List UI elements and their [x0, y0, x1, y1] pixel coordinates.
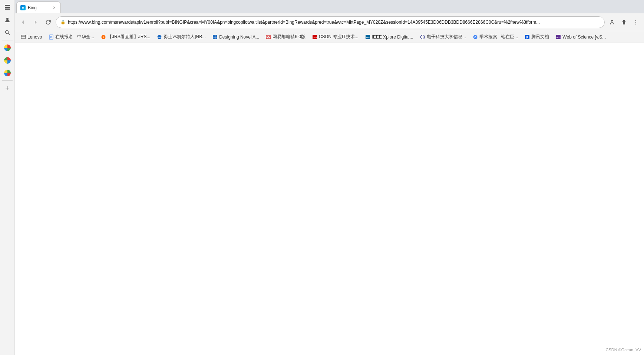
svg-point-8	[635, 21, 636, 22]
active-tab[interactable]: B Bing ✕	[16, 1, 61, 13]
svg-text:WoS: WoS	[557, 36, 561, 38]
svg-rect-1	[5, 7, 10, 8]
svg-text:IEEE: IEEE	[366, 36, 369, 38]
add-icon[interactable]: +	[1, 82, 13, 94]
netease-label: 网易邮箱精6.0版	[273, 34, 306, 40]
wos-label: Web of Science [v.S...	[562, 34, 606, 40]
jrs-label: 【JRS看直播】JRS...	[108, 34, 150, 40]
bookmarks-bar: Lenovo 在线报名 - 中华全... 【JRS看直播】JRS... NBA	[15, 31, 644, 43]
lenovo-label: Lenovo	[27, 34, 42, 40]
bookmark-netease[interactable]: 网易邮箱精6.0版	[263, 33, 308, 41]
nav-right-icons	[607, 17, 641, 27]
bookmark-jrs[interactable]: 【JRS看直播】JRS...	[98, 33, 153, 41]
footer-text: CSDN ©Ocean_VV	[605, 348, 641, 352]
svg-rect-10	[21, 35, 26, 39]
profile-button[interactable]	[607, 17, 617, 27]
lenovo-favicon	[21, 34, 26, 40]
tab-title: Bing	[28, 5, 49, 10]
address-bar[interactable]: 🔒 https://www.bing.com/msrewards/api/v1/…	[56, 16, 605, 28]
tab-favicon: B	[20, 5, 26, 10]
designing-label: Designing Novel A...	[219, 34, 259, 40]
svg-line-5	[8, 33, 10, 35]
forward-button[interactable]	[30, 17, 41, 27]
wos-favicon: WoS	[556, 34, 561, 40]
chrome-icon-1[interactable]	[1, 42, 13, 54]
svg-point-6	[611, 20, 613, 22]
netease-favicon	[266, 34, 271, 40]
browser-window: + B Bing ✕ 🔒	[0, 0, 644, 355]
bookmark-scholar[interactable]: G 学术搜索 - 站在巨...	[470, 33, 521, 41]
svg-text:G: G	[474, 36, 476, 38]
svg-point-9	[635, 23, 636, 24]
designing-favicon	[212, 34, 218, 40]
ieee-label: IEEE Xplore Digital...	[372, 34, 413, 40]
online-reg-label: 在线报名 - 中华全...	[55, 34, 94, 40]
search-sidebar-icon[interactable]	[1, 27, 13, 39]
svg-rect-12	[49, 35, 53, 39]
jrs-favicon	[101, 34, 106, 40]
svg-rect-19	[213, 35, 215, 37]
page-footer: CSDN ©Ocean_VV	[605, 348, 641, 352]
svg-point-7	[635, 20, 636, 20]
chrome-icon-3[interactable]	[1, 67, 13, 79]
bookmark-csdn[interactable]: CSDN CSDN-专业IT技术...	[309, 33, 361, 41]
back-button[interactable]	[18, 17, 28, 27]
bookmark-lenovo[interactable]: Lenovo	[18, 33, 45, 41]
browser-main: B Bing ✕ 🔒 https://www.bing.com/msreward…	[15, 0, 644, 355]
bookmark-uestc[interactable]: U 电子科技大学信息...	[417, 33, 469, 41]
svg-text:U: U	[422, 36, 423, 39]
csdn-favicon: CSDN	[312, 34, 317, 40]
tencent-favicon: 腾	[525, 34, 530, 40]
tab-close-button[interactable]: ✕	[52, 5, 57, 10]
svg-point-3	[6, 18, 9, 20]
url-text: https://www.bing.com/msrewards/api/v1/en…	[68, 20, 600, 25]
chrome-icon-2[interactable]	[1, 54, 13, 66]
extensions-button[interactable]	[619, 17, 629, 27]
bookmark-warriors[interactable]: NBA 勇士vs凯尔特人|NB...	[154, 33, 209, 41]
people-icon[interactable]	[1, 14, 13, 26]
online-reg-favicon	[49, 34, 54, 40]
lock-icon: 🔒	[60, 20, 66, 24]
csdn-label: CSDN-专业IT技术...	[319, 34, 359, 40]
svg-rect-22	[215, 37, 217, 39]
menu-button[interactable]	[631, 17, 641, 27]
scholar-favicon: G	[473, 34, 478, 40]
bookmark-tencent[interactable]: 腾 腾讯文档	[522, 33, 552, 41]
ieee-favicon: IEEE	[365, 34, 370, 40]
tencent-label: 腾讯文档	[531, 34, 549, 40]
refresh-button[interactable]	[43, 17, 53, 27]
sidebar-divider-1	[2, 40, 13, 40]
svg-rect-2	[5, 9, 10, 10]
warriors-label: 勇士vs凯尔特人|NB...	[164, 34, 206, 40]
svg-text:NBA: NBA	[157, 36, 162, 39]
svg-rect-21	[213, 37, 215, 39]
warriors-favicon: NBA	[157, 34, 162, 40]
uestc-label: 电子科技大学信息...	[427, 34, 466, 40]
tab-bar: B Bing ✕	[15, 0, 644, 13]
browser-sidebar: +	[0, 0, 15, 355]
page-content: CSDN ©Ocean_VV	[15, 43, 644, 355]
scholar-label: 学术搜索 - 站在巨...	[479, 34, 518, 40]
bookmark-online-reg[interactable]: 在线报名 - 中华全...	[46, 33, 97, 41]
svg-rect-0	[5, 5, 10, 6]
uestc-favicon: U	[420, 34, 425, 40]
svg-text:腾: 腾	[526, 36, 529, 38]
navigation-bar: 🔒 https://www.bing.com/msrewards/api/v1/…	[15, 13, 644, 31]
svg-rect-20	[215, 35, 217, 37]
tabs-icon[interactable]	[1, 1, 13, 13]
svg-text:CSDN: CSDN	[312, 36, 317, 38]
sidebar-divider-2	[2, 80, 13, 81]
bookmark-ieee[interactable]: IEEE IEEE Xplore Digital...	[362, 33, 416, 41]
svg-point-4	[5, 31, 8, 34]
bookmark-designing[interactable]: Designing Novel A...	[209, 33, 262, 41]
bookmark-webofscience[interactable]: WoS Web of Science [v.S...	[553, 33, 609, 41]
